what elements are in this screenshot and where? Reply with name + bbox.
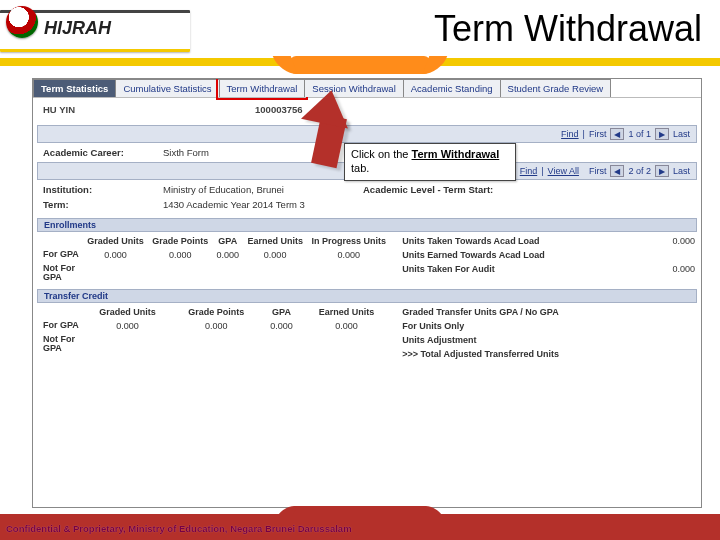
table-row: Not For GPA <box>39 333 390 356</box>
tab-term-statistics[interactable]: Term Statistics <box>33 79 116 97</box>
accent-tab-top <box>290 56 430 74</box>
table-row: For GPA 0.000 0.000 0.000 0.000 0.000 <box>39 248 390 262</box>
find-link-2[interactable]: Find <box>520 166 538 176</box>
slide-header: HIJRAH Term Withdrawal <box>0 0 720 66</box>
enroll-right-col: Units Taken Towards Acad Load0.000 Units… <box>390 234 695 285</box>
next-button[interactable]: ▶ <box>655 128 669 140</box>
tab-term-withdrawal[interactable]: Term Withdrawal <box>219 79 306 97</box>
section-band-career: Find | First ◀ 1 of 1 ▶ Last <box>37 125 697 143</box>
nav-controls-1: Find | First ◀ 1 of 1 ▶ Last <box>561 128 690 140</box>
col-grade-points: Grade Points <box>148 234 212 248</box>
prev-button[interactable]: ◀ <box>610 128 624 140</box>
row-for-gpa: For GPA <box>39 248 83 262</box>
institution-value: Ministry of Education, Brunei <box>163 184 333 195</box>
emblem-icon <box>6 6 38 38</box>
acad-level-label: Academic Level - Term Start: <box>363 184 493 195</box>
enrollments-area: Graded Units Grade Points GPA Earned Uni… <box>33 232 701 285</box>
tab-session-withdrawal[interactable]: Session Withdrawal <box>304 79 403 97</box>
transfer-right-col: Graded Transfer Units GPA / No GPA For U… <box>390 305 695 361</box>
next-button-2[interactable]: ▶ <box>655 165 669 177</box>
term-row: Term: 1430 Academic Year 2014 Term 3 <box>33 199 701 214</box>
table-row: For GPA 0.000 0.000 0.000 0.000 <box>39 319 390 333</box>
prev-button-2[interactable]: ◀ <box>610 165 624 177</box>
col-earned-units: Earned Units <box>243 234 307 248</box>
first-label: First <box>589 129 607 139</box>
page-title: Term Withdrawal <box>434 8 702 50</box>
col-inprog-units: In Progress Units <box>307 234 390 248</box>
position-text: 1 of 1 <box>628 129 651 139</box>
position-text-2: 2 of 2 <box>628 166 651 176</box>
institution-row: Institution: Ministry of Education, Brun… <box>33 180 701 199</box>
enrollments-table: Graded Units Grade Points GPA Earned Uni… <box>39 234 390 285</box>
find-link[interactable]: Find <box>561 129 579 139</box>
career-value: Sixth Form <box>163 147 273 158</box>
term-label: Term: <box>43 199 163 210</box>
viewall-link[interactable]: View All <box>548 166 579 176</box>
transfer-band: Transfer Credit <box>37 289 697 303</box>
logo-strip: HIJRAH <box>0 10 190 52</box>
transfer-area: Graded Units Grade Points GPA Earned Uni… <box>33 303 701 361</box>
student-name: HU YIN <box>43 104 75 115</box>
last-label-2: Last <box>673 166 690 176</box>
last-label: Last <box>673 129 690 139</box>
term-value: 1430 Academic Year 2014 Term 3 <box>163 199 383 210</box>
first-label-2: First <box>589 166 607 176</box>
institution-label: Institution: <box>43 184 163 195</box>
career-label: Academic Career: <box>43 147 163 158</box>
tab-academic-standing[interactable]: Academic Standing <box>403 79 501 97</box>
col-graded-units: Graded Units <box>83 234 148 248</box>
annotation-callout: Click on the Term Withdrawal tab. <box>344 143 516 181</box>
enrollments-band: Enrollments <box>37 218 697 232</box>
table-row: Not For GPA <box>39 262 390 285</box>
brand-text: HIJRAH <box>44 18 111 39</box>
tab-cumulative-statistics[interactable]: Cumulative Statistics <box>115 79 219 97</box>
transfer-table: Graded Units Grade Points GPA Earned Uni… <box>39 305 390 356</box>
row-not-for-gpa: Not For GPA <box>39 262 83 285</box>
nav-controls-2: Find | View All First ◀ 2 of 2 ▶ Last <box>520 165 690 177</box>
confidential-text: Confidential & Proprietary, Ministry of … <box>6 523 352 534</box>
tab-student-grade-review[interactable]: Student Grade Review <box>500 79 612 97</box>
student-id: 100003756 <box>255 104 303 115</box>
col-gpa: GPA <box>212 234 243 248</box>
student-row: HU YIN 100003756 <box>33 98 701 125</box>
tab-row: Term Statistics Cumulative Statistics Te… <box>33 79 701 98</box>
